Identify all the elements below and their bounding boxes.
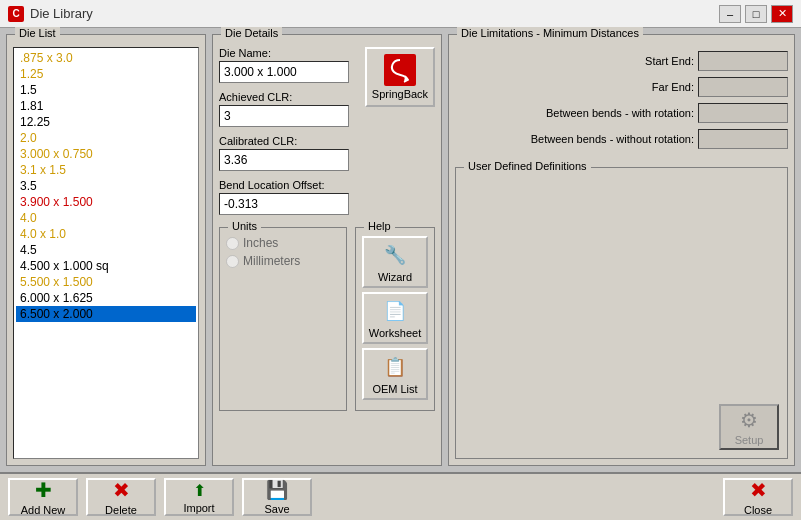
oem-list-icon: 📋 (381, 353, 409, 381)
import-icon: ⬆ (193, 481, 206, 500)
window-close-button[interactable]: ✕ (771, 5, 793, 23)
oem-list-label: OEM List (372, 383, 417, 395)
window-title: Die Library (30, 6, 93, 21)
between-bends-no-rotation-label: Between bends - without rotation: (531, 133, 694, 145)
bend-location-group: Bend Location Offset: (219, 179, 357, 215)
die-list-item[interactable]: 4.0 (16, 210, 196, 226)
help-group: Help 🔧 Wizard 📄 Worksheet 📋 OEM List (355, 227, 435, 411)
die-list-item[interactable]: 2.0 (16, 130, 196, 146)
bend-location-input[interactable] (219, 193, 349, 215)
die-list-item[interactable]: 12.25 (16, 114, 196, 130)
setup-icon: ⚙ (740, 408, 758, 432)
achieved-clr-group: Achieved CLR: (219, 91, 357, 127)
die-list-item[interactable]: 1.5 (16, 82, 196, 98)
details-left: Die Name: Achieved CLR: Calibrated CLR: … (219, 47, 357, 223)
setup-button[interactable]: ⚙ Setup (719, 404, 779, 450)
far-end-label: Far End: (652, 81, 694, 93)
user-defined-title: User Defined Definitions (464, 160, 591, 172)
wizard-icon: 🔧 (381, 241, 409, 269)
between-bends-rotation-label: Between bends - with rotation: (546, 107, 694, 119)
die-list-item[interactable]: 4.5 (16, 242, 196, 258)
app-icon: C (8, 6, 24, 22)
inches-label: Inches (243, 236, 278, 250)
die-list-item[interactable]: 5.500 x 1.500 (16, 274, 196, 290)
save-icon: 💾 (266, 479, 288, 501)
start-end-label: Start End: (645, 55, 694, 67)
oem-list-button[interactable]: 📋 OEM List (362, 348, 428, 400)
delete-icon: ✖ (113, 478, 130, 502)
springback-label: SpringBack (372, 88, 428, 100)
die-details-panel: Die Details Die Name: Achieved CLR: Cali… (212, 34, 442, 466)
between-bends-rotation-input[interactable] (698, 103, 788, 123)
calibrated-clr-label: Calibrated CLR: (219, 135, 357, 147)
between-bends-rotation-row: Between bends - with rotation: (455, 103, 788, 123)
die-list-item[interactable]: 4.0 x 1.0 (16, 226, 196, 242)
wizard-label: Wizard (378, 271, 412, 283)
springback-button[interactable]: SpringBack (365, 47, 435, 107)
inches-radio-label[interactable]: Inches (226, 236, 340, 250)
units-group: Units Inches Millimeters (219, 227, 347, 411)
die-list-item[interactable]: 6.500 x 2.000 (16, 306, 196, 322)
die-name-label: Die Name: (219, 47, 357, 59)
delete-button[interactable]: ✖ Delete (86, 478, 156, 516)
start-end-input[interactable] (698, 51, 788, 71)
die-list-title: Die List (15, 27, 60, 39)
die-list-item[interactable]: 4.500 x 1.000 sq (16, 258, 196, 274)
start-end-row: Start End: (455, 51, 788, 71)
worksheet-icon: 📄 (381, 297, 409, 325)
limitations-inner: Start End: Far End: Between bends - with… (455, 47, 788, 159)
die-list-item[interactable]: 3.5 (16, 178, 196, 194)
die-details-title: Die Details (221, 27, 282, 39)
inches-radio[interactable] (226, 237, 239, 250)
die-list-item[interactable]: 6.000 x 1.625 (16, 290, 196, 306)
die-name-group: Die Name: (219, 47, 357, 83)
millimeters-radio-label[interactable]: Millimeters (226, 254, 340, 268)
die-list-item[interactable]: 3.900 x 1.500 (16, 194, 196, 210)
footer: ✚ Add New ✖ Delete ⬆ Import 💾 Save ✖ Clo… (0, 472, 801, 520)
save-button[interactable]: 💾 Save (242, 478, 312, 516)
units-title: Units (228, 220, 261, 232)
minimize-button[interactable]: – (719, 5, 741, 23)
bend-location-label: Bend Location Offset: (219, 179, 357, 191)
springback-icon (384, 54, 416, 86)
far-end-input[interactable] (698, 77, 788, 97)
worksheet-button[interactable]: 📄 Worksheet (362, 292, 428, 344)
help-title: Help (364, 220, 395, 232)
add-new-button[interactable]: ✚ Add New (8, 478, 78, 516)
die-list: .875 x 3.01.251.51.8112.252.03.000 x 0.7… (13, 47, 199, 459)
calibrated-clr-input[interactable] (219, 149, 349, 171)
between-bends-no-rotation-row: Between bends - without rotation: (455, 129, 788, 149)
worksheet-label: Worksheet (369, 327, 421, 339)
title-bar: C Die Library – □ ✕ (0, 0, 801, 28)
details-help-row: Die Name: Achieved CLR: Calibrated CLR: … (219, 47, 435, 223)
die-list-item[interactable]: 3.000 x 0.750 (16, 146, 196, 162)
millimeters-radio[interactable] (226, 255, 239, 268)
restore-button[interactable]: □ (745, 5, 767, 23)
calibrated-clr-group: Calibrated CLR: (219, 135, 357, 171)
die-list-item[interactable]: .875 x 3.0 (16, 50, 196, 66)
far-end-row: Far End: (455, 77, 788, 97)
import-button[interactable]: ⬆ Import (164, 478, 234, 516)
die-list-item[interactable]: 1.25 (16, 66, 196, 82)
import-label: Import (183, 502, 214, 514)
add-new-label: Add New (21, 504, 66, 516)
close-label: Close (744, 504, 772, 516)
wizard-button[interactable]: 🔧 Wizard (362, 236, 428, 288)
close-button[interactable]: ✖ Close (723, 478, 793, 516)
between-bends-no-rotation-input[interactable] (698, 129, 788, 149)
title-bar-left: C Die Library (8, 6, 93, 22)
setup-label: Setup (735, 434, 764, 446)
achieved-clr-label: Achieved CLR: (219, 91, 357, 103)
delete-label: Delete (105, 504, 137, 516)
millimeters-label: Millimeters (243, 254, 300, 268)
die-list-panel: Die List .875 x 3.01.251.51.8112.252.03.… (6, 34, 206, 466)
add-new-icon: ✚ (35, 478, 52, 502)
die-name-input[interactable] (219, 61, 349, 83)
die-list-item[interactable]: 1.81 (16, 98, 196, 114)
limitations-title: Die Limitations - Minimum Distances (457, 27, 643, 39)
die-list-item[interactable]: 3.1 x 1.5 (16, 162, 196, 178)
achieved-clr-input[interactable] (219, 105, 349, 127)
main-content: Die List .875 x 3.01.251.51.8112.252.03.… (0, 28, 801, 472)
title-controls: – □ ✕ (719, 5, 793, 23)
bottom-row: Units Inches Millimeters Help 🔧 Wizard (219, 227, 435, 411)
